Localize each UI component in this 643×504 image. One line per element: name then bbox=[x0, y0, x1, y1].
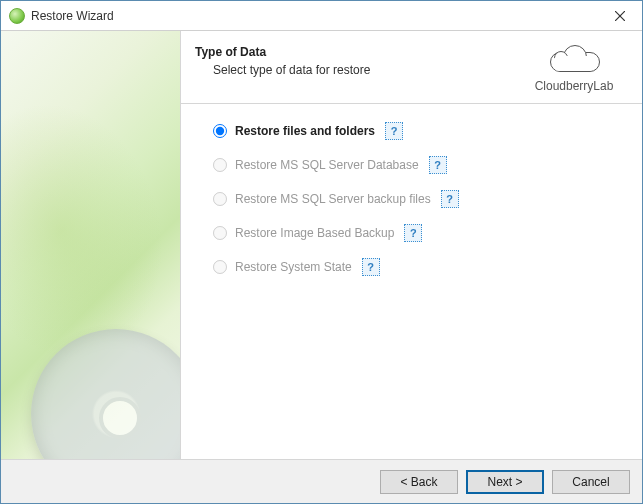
disc-graphic bbox=[31, 329, 181, 459]
help-icon[interactable]: ? bbox=[385, 122, 403, 140]
option-restore-mssql-db: Restore MS SQL Server Database ? bbox=[213, 156, 622, 174]
radio-restore-files-folders[interactable] bbox=[213, 124, 227, 138]
brand-name: CloudberryLab bbox=[524, 79, 624, 93]
option-label: Restore MS SQL Server backup files bbox=[235, 192, 431, 206]
option-label: Restore MS SQL Server Database bbox=[235, 158, 419, 172]
restore-type-options: Restore files and folders ? Restore MS S… bbox=[181, 104, 642, 459]
wizard-header: Type of Data Select type of data for res… bbox=[181, 31, 642, 104]
close-icon bbox=[615, 11, 625, 21]
option-label: Restore System State bbox=[235, 260, 352, 274]
restore-wizard-window: Restore Wizard Type of Data Select type … bbox=[0, 0, 643, 504]
cancel-button[interactable]: Cancel bbox=[552, 470, 630, 494]
window-title: Restore Wizard bbox=[31, 9, 597, 23]
wizard-main: Type of Data Select type of data for res… bbox=[181, 31, 642, 459]
back-button[interactable]: < Back bbox=[380, 470, 458, 494]
help-icon[interactable]: ? bbox=[404, 224, 422, 242]
radio-restore-mssql-db bbox=[213, 158, 227, 172]
cloud-icon bbox=[548, 45, 600, 75]
next-button[interactable]: Next > bbox=[466, 470, 544, 494]
close-button[interactable] bbox=[597, 1, 642, 30]
option-restore-mssql-files: Restore MS SQL Server backup files ? bbox=[213, 190, 622, 208]
option-restore-system-state: Restore System State ? bbox=[213, 258, 622, 276]
wizard-sidebar bbox=[1, 31, 181, 459]
app-icon bbox=[9, 8, 25, 24]
header-text: Type of Data Select type of data for res… bbox=[195, 45, 524, 77]
option-restore-image-backup: Restore Image Based Backup ? bbox=[213, 224, 622, 242]
brand: CloudberryLab bbox=[524, 45, 624, 93]
option-label: Restore files and folders bbox=[235, 124, 375, 138]
help-icon[interactable]: ? bbox=[362, 258, 380, 276]
titlebar: Restore Wizard bbox=[1, 1, 642, 31]
radio-restore-system-state bbox=[213, 260, 227, 274]
help-icon[interactable]: ? bbox=[429, 156, 447, 174]
option-restore-files-folders[interactable]: Restore files and folders ? bbox=[213, 122, 622, 140]
radio-restore-mssql-files bbox=[213, 192, 227, 206]
page-title: Type of Data bbox=[195, 45, 524, 59]
wizard-body: Type of Data Select type of data for res… bbox=[1, 31, 642, 459]
help-icon[interactable]: ? bbox=[441, 190, 459, 208]
wizard-footer: < Back Next > Cancel bbox=[1, 459, 642, 503]
option-label: Restore Image Based Backup bbox=[235, 226, 394, 240]
radio-restore-image-backup bbox=[213, 226, 227, 240]
page-subtitle: Select type of data for restore bbox=[195, 63, 524, 77]
